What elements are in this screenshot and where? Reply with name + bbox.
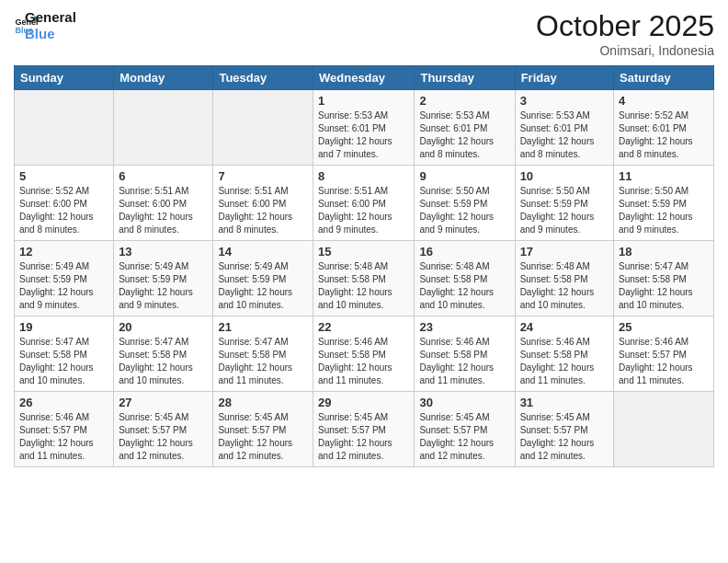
day-info: Sunrise: 5:48 AM Sunset: 5:58 PM Dayligh… [318, 260, 409, 312]
day-number: 12 [19, 245, 108, 259]
calendar-cell-w4-d7: 25Sunrise: 5:46 AM Sunset: 5:57 PM Dayli… [614, 316, 714, 392]
calendar-week-1: 1Sunrise: 5:53 AM Sunset: 6:01 PM Daylig… [15, 90, 714, 166]
day-number: 22 [318, 320, 409, 334]
header: General Blue General Blue October 2025 O… [14, 9, 714, 58]
col-friday: Friday [515, 66, 613, 90]
day-info: Sunrise: 5:48 AM Sunset: 5:58 PM Dayligh… [520, 260, 609, 312]
calendar-cell-w5-d3: 28Sunrise: 5:45 AM Sunset: 5:57 PM Dayli… [213, 392, 313, 467]
day-info: Sunrise: 5:47 AM Sunset: 5:58 PM Dayligh… [619, 260, 709, 312]
calendar-cell-w2-d3: 7Sunrise: 5:51 AM Sunset: 6:00 PM Daylig… [213, 166, 313, 241]
calendar-cell-w4-d5: 23Sunrise: 5:46 AM Sunset: 5:58 PM Dayli… [415, 316, 515, 392]
day-info: Sunrise: 5:53 AM Sunset: 6:01 PM Dayligh… [520, 109, 609, 161]
day-info: Sunrise: 5:48 AM Sunset: 5:58 PM Dayligh… [419, 260, 509, 312]
day-info: Sunrise: 5:46 AM Sunset: 5:58 PM Dayligh… [520, 336, 609, 387]
day-number: 18 [619, 245, 709, 259]
calendar-week-5: 26Sunrise: 5:46 AM Sunset: 5:57 PM Dayli… [15, 392, 714, 467]
calendar-week-3: 12Sunrise: 5:49 AM Sunset: 5:59 PM Dayli… [15, 241, 714, 316]
calendar-cell-w1-d2 [114, 90, 213, 166]
calendar-cell-w4-d2: 20Sunrise: 5:47 AM Sunset: 5:58 PM Dayli… [114, 316, 213, 392]
day-info: Sunrise: 5:46 AM Sunset: 5:58 PM Dayligh… [419, 336, 509, 387]
logo: General Blue General Blue [14, 9, 76, 42]
calendar-cell-w1-d1 [15, 90, 114, 166]
calendar-cell-w3-d5: 16Sunrise: 5:48 AM Sunset: 5:58 PM Dayli… [415, 241, 515, 316]
day-number: 4 [619, 94, 709, 108]
day-info: Sunrise: 5:47 AM Sunset: 5:58 PM Dayligh… [218, 336, 308, 387]
calendar-cell-w5-d6: 31Sunrise: 5:45 AM Sunset: 5:57 PM Dayli… [515, 392, 613, 467]
day-info: Sunrise: 5:45 AM Sunset: 5:57 PM Dayligh… [520, 411, 609, 463]
calendar-cell-w3-d3: 14Sunrise: 5:49 AM Sunset: 5:59 PM Dayli… [213, 241, 313, 316]
calendar-cell-w3-d1: 12Sunrise: 5:49 AM Sunset: 5:59 PM Dayli… [15, 241, 114, 316]
col-monday: Monday [114, 66, 213, 90]
calendar-cell-w5-d7 [614, 392, 714, 467]
calendar-cell-w3-d4: 15Sunrise: 5:48 AM Sunset: 5:58 PM Dayli… [313, 241, 415, 316]
day-info: Sunrise: 5:53 AM Sunset: 6:01 PM Dayligh… [318, 109, 409, 161]
day-info: Sunrise: 5:46 AM Sunset: 5:57 PM Dayligh… [619, 336, 709, 387]
day-info: Sunrise: 5:51 AM Sunset: 6:00 PM Dayligh… [119, 185, 208, 236]
day-number: 5 [19, 169, 108, 183]
col-sunday: Sunday [15, 66, 114, 90]
col-wednesday: Wednesday [313, 66, 415, 90]
calendar-cell-w5-d4: 29Sunrise: 5:45 AM Sunset: 5:57 PM Dayli… [313, 392, 415, 467]
day-info: Sunrise: 5:53 AM Sunset: 6:01 PM Dayligh… [419, 109, 509, 161]
calendar-header-row: Sunday Monday Tuesday Wednesday Thursday… [15, 66, 714, 90]
day-number: 14 [218, 245, 308, 259]
day-number: 26 [19, 396, 108, 409]
logo-general: General [25, 9, 76, 26]
day-number: 13 [119, 245, 208, 259]
col-saturday: Saturday [614, 66, 714, 90]
calendar-cell-w1-d5: 2Sunrise: 5:53 AM Sunset: 6:01 PM Daylig… [415, 90, 515, 166]
day-number: 10 [520, 169, 609, 183]
calendar-cell-w5-d5: 30Sunrise: 5:45 AM Sunset: 5:57 PM Dayli… [415, 392, 515, 467]
day-info: Sunrise: 5:47 AM Sunset: 5:58 PM Dayligh… [19, 336, 108, 387]
calendar-table: Sunday Monday Tuesday Wednesday Thursday… [14, 65, 714, 467]
calendar-cell-w2-d2: 6Sunrise: 5:51 AM Sunset: 6:00 PM Daylig… [114, 166, 213, 241]
day-number: 25 [619, 320, 709, 334]
day-info: Sunrise: 5:46 AM Sunset: 5:57 PM Dayligh… [19, 411, 108, 463]
day-info: Sunrise: 5:47 AM Sunset: 5:58 PM Dayligh… [119, 336, 208, 387]
calendar-cell-w2-d7: 11Sunrise: 5:50 AM Sunset: 5:59 PM Dayli… [614, 166, 714, 241]
calendar-cell-w4-d3: 21Sunrise: 5:47 AM Sunset: 5:58 PM Dayli… [213, 316, 313, 392]
day-info: Sunrise: 5:46 AM Sunset: 5:58 PM Dayligh… [318, 336, 409, 387]
day-info: Sunrise: 5:51 AM Sunset: 6:00 PM Dayligh… [318, 185, 409, 236]
day-number: 11 [619, 169, 709, 183]
day-number: 29 [318, 396, 409, 409]
calendar-cell-w1-d7: 4Sunrise: 5:52 AM Sunset: 6:01 PM Daylig… [614, 90, 714, 166]
day-number: 21 [218, 320, 308, 334]
calendar-cell-w2-d5: 9Sunrise: 5:50 AM Sunset: 5:59 PM Daylig… [415, 166, 515, 241]
day-info: Sunrise: 5:50 AM Sunset: 5:59 PM Dayligh… [520, 185, 609, 236]
day-number: 24 [520, 320, 609, 334]
calendar-cell-w4-d6: 24Sunrise: 5:46 AM Sunset: 5:58 PM Dayli… [515, 316, 613, 392]
calendar-week-4: 19Sunrise: 5:47 AM Sunset: 5:58 PM Dayli… [15, 316, 714, 392]
day-info: Sunrise: 5:49 AM Sunset: 5:59 PM Dayligh… [19, 260, 108, 312]
calendar-cell-w2-d6: 10Sunrise: 5:50 AM Sunset: 5:59 PM Dayli… [515, 166, 613, 241]
calendar-cell-w2-d4: 8Sunrise: 5:51 AM Sunset: 6:00 PM Daylig… [313, 166, 415, 241]
page: General Blue General Blue October 2025 O… [0, 0, 728, 563]
day-number: 27 [119, 396, 208, 409]
day-info: Sunrise: 5:50 AM Sunset: 5:59 PM Dayligh… [419, 185, 509, 236]
day-number: 23 [419, 320, 509, 334]
calendar-cell-w3-d7: 18Sunrise: 5:47 AM Sunset: 5:58 PM Dayli… [614, 241, 714, 316]
day-number: 7 [218, 169, 308, 183]
calendar-cell-w3-d6: 17Sunrise: 5:48 AM Sunset: 5:58 PM Dayli… [515, 241, 613, 316]
calendar-cell-w1-d6: 3Sunrise: 5:53 AM Sunset: 6:01 PM Daylig… [515, 90, 613, 166]
day-number: 28 [218, 396, 308, 409]
day-number: 17 [520, 245, 609, 259]
day-info: Sunrise: 5:45 AM Sunset: 5:57 PM Dayligh… [218, 411, 308, 463]
day-info: Sunrise: 5:49 AM Sunset: 5:59 PM Dayligh… [218, 260, 308, 312]
day-info: Sunrise: 5:52 AM Sunset: 6:00 PM Dayligh… [19, 185, 108, 236]
day-number: 8 [318, 169, 409, 183]
day-info: Sunrise: 5:51 AM Sunset: 6:00 PM Dayligh… [218, 185, 308, 236]
day-number: 31 [520, 396, 609, 409]
day-info: Sunrise: 5:45 AM Sunset: 5:57 PM Dayligh… [119, 411, 208, 463]
calendar-cell-w4-d4: 22Sunrise: 5:46 AM Sunset: 5:58 PM Dayli… [313, 316, 415, 392]
day-number: 9 [419, 169, 509, 183]
day-info: Sunrise: 5:50 AM Sunset: 5:59 PM Dayligh… [619, 185, 709, 236]
day-number: 16 [419, 245, 509, 259]
month-title: October 2025 [536, 9, 714, 43]
calendar-cell-w3-d2: 13Sunrise: 5:49 AM Sunset: 5:59 PM Dayli… [114, 241, 213, 316]
calendar-cell-w1-d4: 1Sunrise: 5:53 AM Sunset: 6:01 PM Daylig… [313, 90, 415, 166]
calendar-week-2: 5Sunrise: 5:52 AM Sunset: 6:00 PM Daylig… [15, 166, 714, 241]
day-number: 19 [19, 320, 108, 334]
logo-blue: Blue [25, 26, 76, 42]
location: Onimsari, Indonesia [536, 43, 714, 58]
